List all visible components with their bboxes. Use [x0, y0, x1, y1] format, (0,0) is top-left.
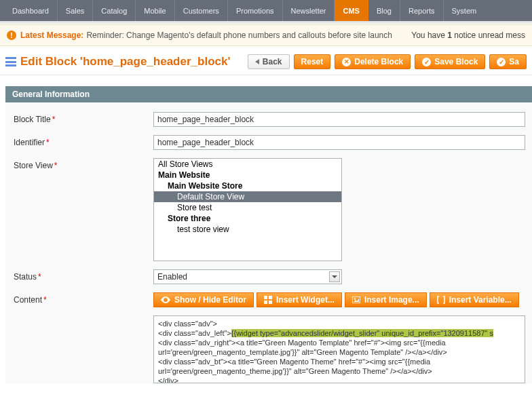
label-identifier: Identifier* [14, 135, 153, 147]
nav-item-customers[interactable]: Customers [175, 0, 228, 21]
warning-icon: ! [7, 31, 16, 40]
store-view-option[interactable]: Main Website Store [154, 180, 341, 191]
nav-item-catalog[interactable]: Catalog [93, 0, 136, 21]
svg-rect-0 [264, 296, 267, 299]
row-content: Content* Show / Hide Editor Insert Widge… [5, 292, 532, 383]
delete-block-button[interactable]: ✕ Delete Block [335, 54, 411, 69]
row-identifier: Identifier* [5, 135, 532, 150]
show-hide-editor-button[interactable]: Show / Hide Editor [153, 292, 254, 307]
nav-item-blog[interactable]: Blog [368, 0, 400, 21]
reset-button[interactable]: Reset [294, 54, 331, 69]
variable-icon [437, 296, 445, 304]
notice-right: You have 1 notice unread mess [411, 31, 525, 40]
delete-icon: ✕ [342, 58, 351, 66]
check-icon [422, 58, 431, 66]
label-block-title: Block Title* [14, 112, 153, 124]
store-view-option[interactable]: All Store Views [154, 159, 341, 170]
store-view-option[interactable]: Store three [154, 213, 341, 224]
widget-icon [264, 296, 272, 304]
row-status: Status* Enabled [5, 269, 532, 284]
nav-item-dashboard[interactable]: Dashboard [0, 0, 58, 21]
store-view-option[interactable]: Default Store View [154, 191, 341, 202]
general-information-section: General Information Block Title* Identif… [5, 86, 532, 383]
back-button[interactable]: Back [248, 54, 290, 69]
row-store-view: Store View* All Store ViewsMain WebsiteM… [5, 158, 532, 261]
block-icon [5, 57, 16, 66]
store-view-option[interactable]: test store view [154, 224, 341, 235]
svg-rect-3 [269, 301, 272, 304]
insert-widget-button[interactable]: Insert Widget... [256, 292, 342, 307]
save-block-button[interactable]: Save Block [415, 54, 485, 69]
page-header: Edit Block 'home_page_header_block' Back… [0, 46, 532, 75]
svg-rect-2 [264, 301, 267, 304]
nav-item-promotions[interactable]: Promotions [228, 0, 283, 21]
nav-item-newsletter[interactable]: Newsletter [283, 0, 335, 21]
block-title-input[interactable] [153, 112, 525, 127]
button-row: Back Reset ✕ Delete Block Save Block Sa [248, 54, 527, 69]
label-store-view: Store View* [14, 158, 153, 170]
eye-icon [161, 296, 170, 303]
notice-bar: ! Latest Message: Reminder: Change Magen… [0, 24, 532, 46]
chevron-down-icon [329, 271, 340, 282]
notice-label: Latest Message: [20, 31, 83, 40]
identifier-input[interactable] [153, 135, 525, 150]
save-and-button[interactable]: Sa [489, 54, 527, 69]
check-icon [497, 58, 506, 66]
top-nav: DashboardSalesCatalogMobileCustomersProm… [0, 0, 532, 21]
nav-item-reports[interactable]: Reports [400, 0, 444, 21]
store-view-select[interactable]: All Store ViewsMain WebsiteMain Website … [153, 158, 342, 261]
page-title: Edit Block 'home_page_header_block' [20, 55, 248, 69]
store-view-option[interactable]: Main Website [154, 170, 341, 180]
content-toolbar: Show / Hide Editor Insert Widget... Inse… [153, 292, 532, 307]
label-content: Content* [14, 292, 153, 305]
arrow-left-icon [255, 59, 259, 64]
status-select[interactable]: Enabled [153, 269, 342, 284]
svg-rect-1 [269, 296, 272, 299]
nav-item-cms[interactable]: CMS [335, 0, 368, 21]
store-view-option[interactable]: Store test [154, 202, 341, 213]
insert-variable-button[interactable]: Insert Variable... [430, 292, 519, 307]
insert-image-button[interactable]: Insert Image... [345, 292, 427, 307]
svg-rect-4 [352, 296, 360, 303]
nav-item-system[interactable]: System [444, 0, 485, 21]
notice-text: Reminder: Change Magento's default phone… [86, 31, 411, 40]
row-block-title: Block Title* [5, 112, 532, 127]
image-icon [352, 296, 360, 303]
section-title: General Information [5, 86, 532, 102]
status-value: Enabled [157, 272, 187, 282]
nav-item-sales[interactable]: Sales [58, 0, 94, 21]
section-body: Block Title* Identifier* Store View* All… [5, 102, 532, 383]
content-textarea[interactable]: <div class="adv"><div class="adv_left">{… [153, 315, 525, 383]
svg-point-5 [354, 298, 356, 299]
label-status: Status* [14, 269, 153, 282]
nav-item-mobile[interactable]: Mobile [136, 0, 174, 21]
